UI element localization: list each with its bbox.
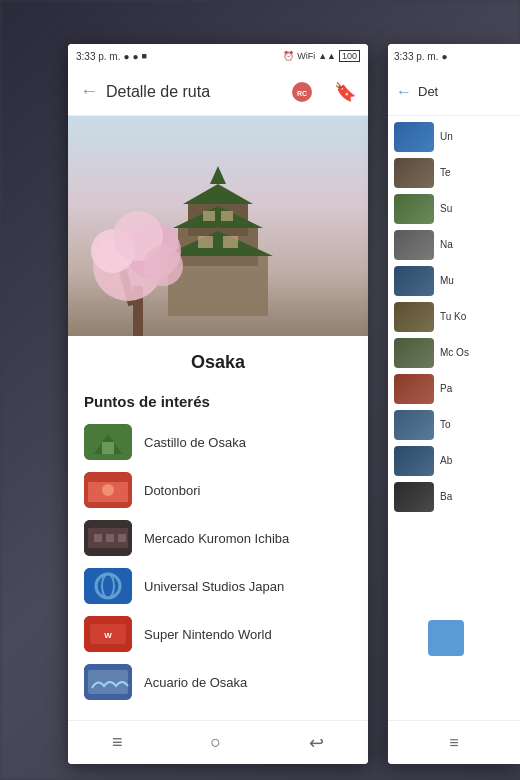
fab-action-button[interactable] [428, 620, 464, 656]
side-thumb-6 [394, 338, 434, 368]
content-area[interactable]: Osaka Puntos de interés Castillo de Osak… [68, 336, 368, 720]
side-label-10: Ba [440, 491, 452, 503]
poi-item-nintendo[interactable]: W Super Nintendo World [84, 616, 352, 652]
side-label-1: Te [440, 167, 451, 179]
side-item-0[interactable]: Un [394, 122, 514, 152]
svg-rect-28 [94, 534, 102, 542]
status-time: 3:33 p. m. ● ● ■ [76, 51, 147, 62]
svg-rect-10 [223, 236, 238, 248]
side-item-3[interactable]: Na [394, 230, 514, 260]
hero-image [68, 116, 368, 336]
side-item-4[interactable]: Mu [394, 266, 514, 296]
side-item-10[interactable]: Ba [394, 482, 514, 512]
side-item-7[interactable]: Pa [394, 374, 514, 404]
main-phone-screen: 3:33 p. m. ● ● ■ ⏰ WiFi ▲▲ 100 ← Detalle… [68, 44, 368, 764]
status-icons-2: ● [441, 51, 447, 62]
header-title-2: Det [418, 84, 438, 99]
back-button[interactable]: ← [80, 81, 98, 102]
poi-item-castillo[interactable]: Castillo de Osaka [84, 424, 352, 460]
poi-item-dotonbori[interactable]: Dotonbori [84, 472, 352, 508]
poi-name-mercado: Mercado Kuromon Ichiba [144, 531, 289, 546]
svg-marker-8 [210, 166, 226, 184]
poi-thumb-mercado [84, 520, 132, 556]
menu-nav-button[interactable]: ≡ [112, 732, 123, 753]
side-label-4: Mu [440, 275, 454, 287]
poi-section-title: Puntos de interés [84, 393, 352, 410]
side-thumb-5 [394, 302, 434, 332]
svg-text:W: W [104, 631, 112, 640]
svg-rect-9 [198, 236, 213, 248]
status-bar-2: 3:33 p. m. ● [388, 44, 520, 68]
back-nav-button[interactable]: ↩ [309, 732, 324, 754]
bookmark-button[interactable]: 🔖 [334, 81, 356, 103]
poi-item-mercado[interactable]: Mercado Kuromon Ichiba [84, 520, 352, 556]
header-title: Detalle de ruta [106, 83, 274, 101]
cherry-tree [78, 196, 198, 336]
poi-name-universal: Universal Studios Japan [144, 579, 284, 594]
alarm-icon: ⏰ [283, 51, 294, 61]
app-header: ← Detalle de ruta RC 🔖 [68, 68, 368, 116]
side-item-6[interactable]: Mc Os [394, 338, 514, 368]
time-text: 3:33 p. m. [76, 51, 120, 62]
side-item-1[interactable]: Te [394, 158, 514, 188]
signal-icon: ▲▲ [318, 51, 336, 61]
city-title: Osaka [84, 352, 352, 373]
svg-rect-29 [106, 534, 114, 542]
side-label-2: Su [440, 203, 452, 215]
svg-point-25 [102, 484, 114, 496]
svg-point-19 [143, 246, 183, 286]
wifi-icon: WiFi [297, 51, 315, 61]
side-thumb-0 [394, 122, 434, 152]
side-label-7: Pa [440, 383, 452, 395]
back-button-2[interactable]: ← [396, 83, 412, 101]
time-text-2: 3:33 p. m. [394, 51, 438, 62]
logo-svg: RC [284, 80, 320, 104]
poi-thumb-universal [84, 568, 132, 604]
status-square: ■ [142, 51, 147, 61]
side-thumb-2 [394, 194, 434, 224]
side-label-8: To [440, 419, 451, 431]
side-thumb-9 [394, 446, 434, 476]
menu-nav-icon-2[interactable]: ≡ [449, 734, 458, 752]
poi-item-acuario[interactable]: Acuario de Osaka [84, 664, 352, 700]
side-label-9: Ab [440, 455, 452, 467]
side-label-6: Mc Os [440, 347, 469, 359]
side-thumb-3 [394, 230, 434, 260]
poi-thumb-dotonbori [84, 472, 132, 508]
status-dot1: ● [123, 51, 129, 62]
svg-rect-30 [118, 534, 126, 542]
side-label-3: Na [440, 239, 453, 251]
side-thumb-4 [394, 266, 434, 296]
side-item-5[interactable]: Tu Ko [394, 302, 514, 332]
poi-list: Castillo de Osaka Dotonbori [84, 424, 352, 700]
side-item-list: Un Te Su Na Mu Tu Ko Mc Os Pa [388, 116, 520, 676]
bottom-navigation: ≡ ○ ↩ [68, 720, 368, 764]
side-thumb-7 [394, 374, 434, 404]
home-nav-button[interactable]: ○ [210, 732, 221, 753]
poi-name-acuario: Acuario de Osaka [144, 675, 247, 690]
side-item-9[interactable]: Ab [394, 446, 514, 476]
status-bar: 3:33 p. m. ● ● ■ ⏰ WiFi ▲▲ 100 [68, 44, 368, 68]
battery-icon: 100 [339, 50, 360, 62]
svg-rect-12 [221, 211, 233, 221]
second-phone-screen: 3:33 p. m. ● ← Det Un Te Su Na Mu Tu Ko [388, 44, 520, 764]
side-thumb-8 [394, 410, 434, 440]
side-item-8[interactable]: To [394, 410, 514, 440]
bottom-nav-2: ≡ [388, 720, 520, 764]
poi-thumb-nintendo: W [84, 616, 132, 652]
side-thumb-1 [394, 158, 434, 188]
poi-name-castillo: Castillo de Osaka [144, 435, 246, 450]
status-icons: ⏰ WiFi ▲▲ 100 [283, 50, 360, 62]
poi-thumb-castillo [84, 424, 132, 460]
side-label-5: Tu Ko [440, 311, 466, 323]
svg-rect-22 [102, 442, 114, 454]
poi-item-universal[interactable]: Universal Studios Japan [84, 568, 352, 604]
svg-text:RC: RC [297, 90, 307, 97]
app-logo: RC [282, 78, 322, 106]
side-thumb-10 [394, 482, 434, 512]
app-header-2: ← Det [388, 68, 520, 116]
poi-name-nintendo: Super Nintendo World [144, 627, 272, 642]
poi-thumb-acuario [84, 664, 132, 700]
poi-name-dotonbori: Dotonbori [144, 483, 200, 498]
side-item-2[interactable]: Su [394, 194, 514, 224]
